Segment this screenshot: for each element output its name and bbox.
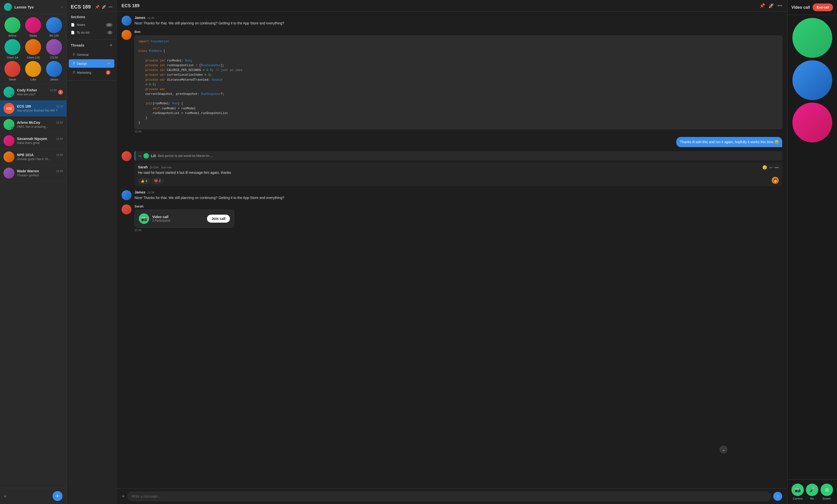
attach-button[interactable]: + [122,493,125,500]
contact-arlene[interactable]: Arlene [3,17,22,37]
doc-icon: 📄 [71,23,75,26]
msg-avatar-ben [122,30,131,40]
rocket-header-icon[interactable]: 🚀 [768,3,774,8]
conv-name-wade: Wade Warren [17,169,39,173]
channel-header: ECS 189 📌 🚀 ••• [67,0,116,12]
reaction-thumbs-up[interactable]: 👍 4 [138,178,150,184]
sidebar-bottom: « + [0,488,67,504]
conv-ecs189[interactable]: iOS ECS 189 12:34 Has anyone finished th… [0,100,67,116]
todo-section-item[interactable]: 📄 To do list 7 [67,29,116,36]
contact-chem110[interactable]: Chem 110 [24,39,43,59]
reaction-heart[interactable]: ❤️ 2 [152,178,163,184]
contact-name-chem110: Chem 110 [27,56,40,59]
thread-design[interactable]: # Design ••• [69,59,114,68]
thread-general[interactable]: # General [69,50,114,59]
contacts-grid: Arlene Nadia Bis 124 Chem 1A Chem 110 CS… [0,14,67,84]
conv-arlene-mccoy[interactable]: Arlene McCoy 12:34 OMG, this is amazing.… [0,116,67,133]
code-time-ben: 12:34 [135,130,782,133]
message-input[interactable] [127,491,771,501]
msg-avatar-james-2 [122,190,131,200]
contact-avatar-bis124 [46,17,62,33]
more-header-icon[interactable]: ••• [778,3,782,8]
video-controls: 📷 Camera 🎤 Mic 🖥 Screen [787,479,837,504]
conv-wade-warren[interactable]: Wade Warren 12:34 Thread • perfect! [0,165,67,181]
conv-info-wade: Wade Warren 12:34 Thread • perfect! [17,169,63,177]
video-call-icon: 📷 [139,213,149,224]
contact-chem1a[interactable]: Chem 1A [3,39,22,59]
contact-james[interactable]: James [44,61,64,81]
user-name: Lennie Tye [15,5,61,9]
channel-header-icons: 📌 🚀 ••• [95,5,112,9]
mic-control[interactable]: 🎤 Mic [806,484,818,500]
thread-options-icon[interactable]: ••• [107,62,110,66]
contact-name-nadia: Nadia [30,34,37,37]
conv-cody-fisher[interactable]: Cody Fisher 12:34 How are you? 2 [0,84,67,100]
online-indicator [12,127,14,129]
rocket-icon[interactable]: 🚀 [102,5,106,9]
thread-marketing[interactable]: # Marketing 2 [69,68,114,77]
contact-avatar-sarah [4,61,20,77]
conv-info-cody: Cody Fisher 12:34 How are you? [17,88,56,96]
pin-icon[interactable]: 📌 [95,5,100,9]
new-conversation-button[interactable]: + [53,491,63,501]
thread-marketing-label: Marketing [77,71,91,74]
add-thread-button[interactable]: + [110,42,112,48]
chevron-right-icon: › [61,5,63,9]
messages-wrap: James 12:34 Nice! Thanks for that. We st… [117,12,787,488]
screen-label: Screen [822,497,831,500]
pin-header-icon[interactable]: 📌 [760,3,765,8]
screen-control[interactable]: 🖥 Screen [821,484,833,500]
message-ben-code: Ben import Foundation class RunData { pr… [122,30,782,133]
conv-time-npb: 12:34 [56,154,63,156]
scroll-down-button[interactable]: ⌄ [719,446,727,453]
camera-label: Camera [793,497,803,500]
code-block: import Foundation class RunData { privat… [135,36,782,129]
notes-section-item[interactable]: 📄 Notes 15 [67,21,116,29]
contact-nadia[interactable]: Nadia [24,17,43,37]
reply-text: Best person to ask would be Marvin im ..… [158,154,213,158]
sections-label: Sections [67,15,116,21]
message-james-1: James 12:34 Nice! Thanks for that. We st… [122,16,782,26]
reply-action-icon[interactable]: ↩ [769,165,772,170]
video-participants [787,15,837,479]
conv-avatar-wade [3,167,15,179]
reactions: 👍 4 ❤️ 2 [138,178,163,184]
join-call-button[interactable]: Join call [207,215,230,222]
end-call-button[interactable]: End call [813,3,833,11]
emoji-reaction-icon[interactable]: 😊 [762,165,767,170]
message-self: Thanks ill add this and run it again, ho… [122,137,782,147]
msg-time-james-2: 12:34 [147,191,155,194]
todo-icon: 📄 [71,31,75,34]
channel-title: ECS 189 [71,4,95,10]
contact-name-cs50: CS 50 [50,56,58,59]
header-icons: 📌 🚀 ••• [760,3,782,8]
unread-badge-cody: 2 [58,90,63,95]
conv-savannah-nguyen[interactable]: Savannah Nguyen 12:34 Haha that's great [0,133,67,149]
conv-preview-cody: How are you? [17,93,56,96]
camera-control[interactable]: 📷 Camera [791,484,804,500]
notes-label: Notes [77,23,85,26]
user-header[interactable]: Lennie Tye › [0,0,67,14]
more-action-icon[interactable]: ••• [774,165,779,170]
conv-time-cody: 12:34 [50,89,56,92]
msg-content-james-1: James 12:34 Nice! Thanks for that. We st… [135,16,782,26]
contact-luke[interactable]: Luke [24,61,43,81]
collapse-sidebar-button[interactable]: « [4,493,6,499]
video-time: 12:34 [135,229,782,232]
contact-avatar-chem110 [25,39,41,55]
notes-badge: 15 [106,23,112,26]
reply-sender-lili: Lili [151,154,156,158]
send-button[interactable]: ↑ [773,492,782,501]
contact-name-sarah: Sarah [9,78,16,81]
contact-bis124[interactable]: Bis 124 [44,17,64,37]
participant-1 [793,18,832,58]
channel-panel: ECS 189 📌 🚀 ••• Sections 📄 Notes 15 📄 To… [67,0,117,504]
conv-npb101a[interactable]: NPB 101A 12:34 Sounds good i like it, th… [0,149,67,165]
more-options-icon[interactable]: ••• [108,5,112,9]
user-avatar [4,3,12,11]
message-sarah: ↪ Lili Best person to ask would be Marvi… [122,151,782,186]
heart-count: 2 [159,179,161,183]
ios-badge: iOS [3,103,15,114]
contact-sarah[interactable]: Sarah [3,61,22,81]
contact-cs50[interactable]: CS 50 [44,39,64,59]
